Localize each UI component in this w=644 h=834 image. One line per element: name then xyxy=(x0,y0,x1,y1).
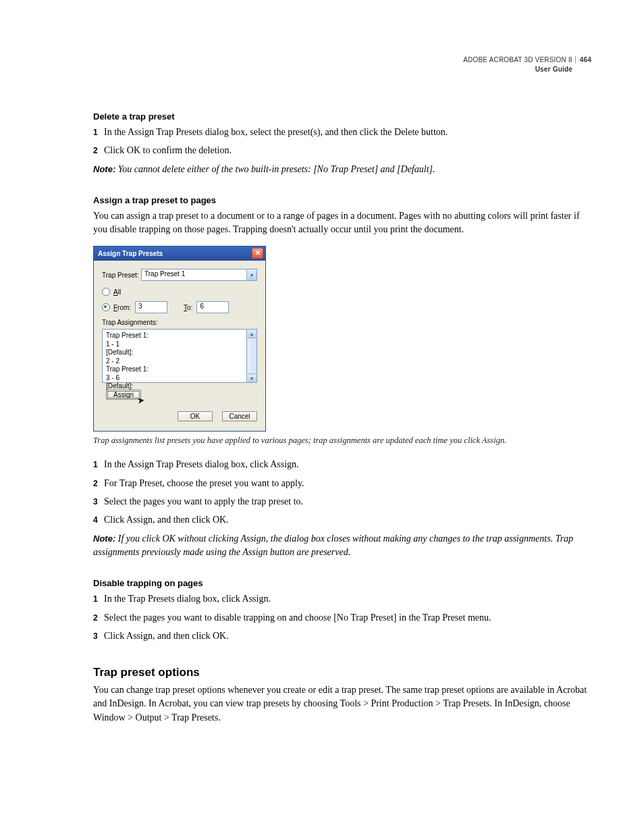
list-item: [Default]: xyxy=(106,348,243,357)
ok-button[interactable]: OK xyxy=(178,411,213,421)
chevron-down-icon[interactable]: ▼ xyxy=(246,269,257,280)
heading-disable-trapping: Disable trapping on pages xyxy=(93,578,591,588)
list-item: 2Select the pages you want to disable tr… xyxy=(93,611,591,625)
from-input[interactable]: 3 xyxy=(135,301,167,313)
heading-assign-trap-preset: Assign a trap preset to pages xyxy=(93,195,591,205)
step-text: Click Assign, and then click OK. xyxy=(104,513,229,527)
list-item: 2For Trap Preset, choose the preset you … xyxy=(93,477,591,490)
list-item: 1 - 1 xyxy=(106,340,243,349)
list-item: Trap Preset 1: xyxy=(106,365,243,374)
doc-kind: User Guide xyxy=(535,66,591,73)
radio-all-row[interactable]: All xyxy=(102,288,257,296)
intro-paragraph: You can assign a trap preset to a docume… xyxy=(93,209,591,237)
list-item: 3 - 6 xyxy=(106,374,243,383)
step-text: For Trap Preset, choose the preset you w… xyxy=(104,477,304,490)
list-item: 2 - 2 xyxy=(106,357,243,366)
product-name: ADOBE ACROBAT 3D VERSION 8 xyxy=(463,55,572,65)
trap-assignments-label: Trap Assignments: xyxy=(102,319,257,326)
dialog-title: Assign Trap Presets xyxy=(98,250,163,257)
step-text: In the Assign Trap Presets dialog box, c… xyxy=(104,458,299,471)
step-text: Click Assign, and then click OK. xyxy=(104,629,229,643)
trap-preset-label: Trap Preset: xyxy=(102,271,141,279)
list-item: 3Click Assign, and then click OK. xyxy=(93,629,591,643)
trap-preset-dropdown[interactable]: Trap Preset 1 ▼ xyxy=(141,269,257,281)
list-item: 2Click OK to confirm the deletion. xyxy=(93,144,591,157)
note: Note: If you click OK without clicking A… xyxy=(93,532,591,560)
to-input[interactable]: 6 xyxy=(196,301,229,313)
step-text: Select the pages you want to apply the t… xyxy=(104,495,303,509)
dialog-figure: Assign Trap Presets ✕ Trap Preset: Trap … xyxy=(93,246,591,432)
dialog-titlebar[interactable]: Assign Trap Presets ✕ xyxy=(94,246,265,261)
to-label: To: xyxy=(184,304,192,311)
list-item: 1In the Assign Trap Presets dialog box, … xyxy=(93,458,591,471)
step-text: Click OK to confirm the deletion. xyxy=(104,144,232,157)
page-number: 464 xyxy=(575,56,591,63)
radio-from-row[interactable]: From: 3 To: 6 xyxy=(102,301,257,313)
heading-delete-trap-preset: Delete a trap preset xyxy=(93,111,591,122)
radio-from[interactable] xyxy=(102,303,110,311)
trap-assignments-list[interactable]: Trap Preset 1: 1 - 1 [Default]: 2 - 2 Tr… xyxy=(102,329,247,383)
step-text: In the Trap Presets dialog box, click As… xyxy=(104,592,271,606)
list-item: 4Click Assign, and then click OK. xyxy=(93,513,591,527)
scroll-up-icon[interactable]: ▲ xyxy=(248,330,256,338)
note-text: You cannot delete either of the two buil… xyxy=(118,164,435,174)
step-text: Select the pages you want to disable tra… xyxy=(104,611,491,625)
body-paragraph: You can change trap preset options whene… xyxy=(93,683,591,725)
heading-trap-preset-options: Trap preset options xyxy=(93,666,591,679)
step-text: In the Assign Trap Presets dialog box, s… xyxy=(104,126,448,139)
list-item: 1In the Trap Presets dialog box, click A… xyxy=(93,592,591,606)
assign-trap-presets-dialog: Assign Trap Presets ✕ Trap Preset: Trap … xyxy=(93,246,266,432)
radio-from-label: From: xyxy=(113,304,131,311)
scrollbar[interactable]: ▲ ▼ xyxy=(247,329,257,383)
note: Note: You cannot delete either of the tw… xyxy=(93,163,591,176)
note-text: If you click OK without clicking Assign,… xyxy=(93,533,573,557)
list-item: 1In the Assign Trap Presets dialog box, … xyxy=(93,126,591,139)
radio-all-label: All xyxy=(113,288,121,296)
radio-all[interactable] xyxy=(102,288,110,296)
trap-preset-value: Trap Preset 1 xyxy=(142,269,246,280)
scroll-down-icon[interactable]: ▼ xyxy=(248,373,256,382)
list-item: Trap Preset 1: xyxy=(106,332,243,340)
note-label: Note: xyxy=(93,164,115,174)
note-label: Note: xyxy=(93,533,115,544)
running-header: ADOBE ACROBAT 3D VERSION 8464 User Guide xyxy=(93,55,591,74)
cursor-icon: ➤ xyxy=(136,395,145,406)
list-item: 3Select the pages you want to apply the … xyxy=(93,495,591,509)
cancel-button[interactable]: Cancel xyxy=(222,411,257,421)
figure-caption: Trap assignments list presets you have a… xyxy=(93,436,591,446)
close-icon[interactable]: ✕ xyxy=(252,248,263,259)
